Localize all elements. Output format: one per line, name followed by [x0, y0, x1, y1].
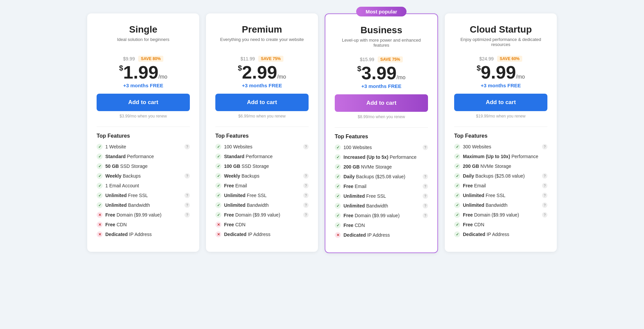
check-icon-single-8: ✕	[97, 222, 103, 228]
plan-card-premium: PremiumEverything you need to create you…	[206, 13, 318, 252]
feature-left-single-5: ✓ Unlimited Free SSL	[97, 192, 148, 198]
feature-item-cloud-startup-7: ✓ Free Domain ($9.99 value) ?	[454, 212, 547, 218]
feature-left-cloud-startup-4: ✓ Free Email	[454, 183, 486, 189]
info-icon-single-0[interactable]: ?	[184, 144, 190, 149]
add-to-cart-btn-cloud-startup[interactable]: Add to cart	[454, 94, 547, 111]
info-icon-single-5[interactable]: ?	[184, 193, 190, 198]
feature-item-business-4: ✓ Free Email ?	[335, 183, 428, 189]
price-permo-single: /mo	[158, 74, 167, 80]
check-icon-cloud-startup-4: ✓	[454, 183, 460, 189]
feature-item-cloud-startup-4: ✓ Free Email ?	[454, 183, 547, 189]
check-icon-business-4: ✓	[335, 183, 341, 189]
info-icon-single-6[interactable]: ?	[184, 202, 190, 208]
feature-left-single-6: ✓ Unlimited Bandwidth	[97, 202, 150, 208]
info-icon-business-0[interactable]: ?	[423, 145, 428, 150]
feature-text-business-0: 100 Websites	[343, 145, 372, 150]
feature-item-single-8: ✕ Free CDN	[97, 222, 190, 228]
info-icon-cloud-startup-4[interactable]: ?	[542, 183, 547, 188]
info-icon-cloud-startup-7[interactable]: ?	[542, 212, 547, 218]
check-icon-cloud-startup-0: ✓	[454, 144, 460, 150]
top-features-title-cloud-startup: Top Features	[454, 133, 547, 139]
info-icon-business-5[interactable]: ?	[423, 193, 428, 199]
price-dollar-cloud-startup: $	[477, 64, 481, 72]
plan-desc-business: Level-up with more power and enhanced fe…	[335, 38, 428, 50]
renew-note-business: $8.99/mo when you renew	[335, 114, 428, 119]
feature-left-premium-7: ✓ Free Domain ($9.99 value)	[215, 212, 280, 218]
feature-item-single-9: ✕ Dedicated IP Address	[97, 231, 190, 237]
feature-left-single-2: ✓ 50 GB SSD Storage	[97, 163, 148, 169]
feature-item-business-3: ✓ Daily Backups ($25.08 value) ?	[335, 174, 428, 180]
feature-item-cloud-startup-6: ✓ Unlimited Bandwidth ?	[454, 202, 547, 208]
check-icon-premium-2: ✓	[215, 163, 221, 169]
feature-item-premium-1: ✓ Standard Performance	[215, 153, 309, 159]
feature-left-cloud-startup-7: ✓ Free Domain ($9.99 value)	[454, 212, 519, 218]
feature-item-cloud-startup-8: ✓ Free CDN	[454, 222, 547, 228]
feature-left-single-9: ✕ Dedicated IP Address	[97, 231, 152, 237]
feature-left-cloud-startup-0: ✓ 300 Websites	[454, 144, 491, 150]
popular-badge: Most popular	[356, 7, 407, 16]
check-icon-single-9: ✕	[97, 231, 103, 237]
feature-item-cloud-startup-5: ✓ Unlimited Free SSL ?	[454, 192, 547, 198]
info-icon-cloud-startup-6[interactable]: ?	[542, 202, 547, 208]
feature-text-single-5: Unlimited Free SSL	[105, 193, 148, 198]
feature-left-business-4: ✓ Free Email	[335, 183, 366, 189]
feature-item-single-0: ✓ 1 Website ?	[97, 144, 190, 150]
feature-item-single-4: ✓ 1 Email Account	[97, 183, 190, 189]
feature-left-cloud-startup-1: ✓ Maximum (Up to 10x) Performance	[454, 153, 538, 159]
feature-text-premium-2: 100 GB SSD Storage	[224, 163, 269, 169]
info-icon-business-7[interactable]: ?	[423, 213, 428, 218]
original-price-cloud-startup: $24.99	[479, 56, 494, 61]
feature-item-cloud-startup-9: ✓ Dedicated IP Address	[454, 231, 547, 237]
info-icon-premium-7[interactable]: ?	[303, 212, 309, 218]
feature-text-cloud-startup-0: 300 Websites	[463, 144, 491, 149]
plans-container: SingleIdeal solution for beginners $9.99…	[87, 13, 557, 253]
price-row-business: $15.99 SAVE 75%	[335, 56, 428, 62]
info-icon-cloud-startup-5[interactable]: ?	[542, 193, 547, 198]
add-to-cart-btn-premium[interactable]: Add to cart	[215, 94, 309, 111]
info-icon-premium-5[interactable]: ?	[303, 193, 309, 198]
check-icon-business-2: ✓	[335, 164, 341, 170]
price-permo-cloud-startup: /mo	[516, 74, 525, 80]
feature-item-premium-9: ✕ Dedicated IP Address	[215, 231, 309, 237]
info-icon-premium-4[interactable]: ?	[303, 183, 309, 188]
feature-text-premium-8: Free CDN	[224, 222, 246, 227]
check-icon-single-5: ✓	[97, 192, 103, 198]
check-icon-single-7: ✕	[97, 212, 103, 218]
info-icon-premium-3[interactable]: ?	[303, 173, 309, 179]
info-icon-single-3[interactable]: ?	[184, 173, 190, 179]
feature-left-cloud-startup-9: ✓ Dedicated IP Address	[454, 231, 509, 237]
info-icon-business-3[interactable]: ?	[423, 174, 428, 179]
feature-left-premium-6: ✓ Unlimited Bandwidth	[215, 202, 269, 208]
main-price-single: $1.99/mo	[97, 63, 190, 81]
info-icon-cloud-startup-0[interactable]: ?	[542, 144, 547, 149]
feature-item-single-3: ✓ Weekly Backups ?	[97, 173, 190, 179]
check-icon-business-6: ✓	[335, 203, 341, 209]
info-icon-business-4[interactable]: ?	[423, 184, 428, 189]
info-icon-premium-6[interactable]: ?	[303, 202, 309, 208]
info-icon-business-6[interactable]: ?	[423, 203, 428, 208]
feature-text-cloud-startup-3: Daily Backups ($25.08 value)	[463, 173, 525, 179]
feature-text-business-2: 200 GB NVMe Storage	[343, 164, 392, 170]
add-to-cart-btn-business[interactable]: Add to cart	[335, 94, 428, 112]
check-icon-business-0: ✓	[335, 144, 341, 150]
save-badge-cloud-startup: SAVE 60%	[497, 56, 522, 62]
feature-item-cloud-startup-3: ✓ Daily Backups ($25.08 value) ?	[454, 173, 547, 179]
price-permo-premium: /mo	[277, 74, 286, 80]
feature-text-cloud-startup-5: Unlimited Free SSL	[463, 193, 505, 198]
price-amount-single: 1.99	[123, 62, 158, 82]
feature-item-premium-4: ✓ Free Email ?	[215, 183, 309, 189]
add-to-cart-btn-single[interactable]: Add to cart	[97, 94, 190, 111]
renew-note-premium: $6.99/mo when you renew	[215, 114, 309, 119]
info-icon-single-7[interactable]: ?	[184, 212, 190, 218]
feature-left-premium-3: ✓ Weekly Backups	[215, 173, 260, 179]
price-amount-business: 3.99	[361, 63, 396, 83]
price-row-premium: $11.99 SAVE 75%	[215, 56, 309, 62]
feature-text-single-8: Free CDN	[105, 222, 127, 227]
feature-left-business-3: ✓ Daily Backups ($25.08 value)	[335, 174, 405, 180]
info-icon-premium-0[interactable]: ?	[303, 144, 309, 149]
price-dollar-premium: $	[238, 64, 242, 72]
price-amount-premium: 2.99	[242, 62, 277, 82]
feature-text-premium-1: Standard Performance	[224, 154, 273, 159]
check-icon-single-0: ✓	[97, 144, 103, 150]
info-icon-cloud-startup-3[interactable]: ?	[542, 173, 547, 179]
